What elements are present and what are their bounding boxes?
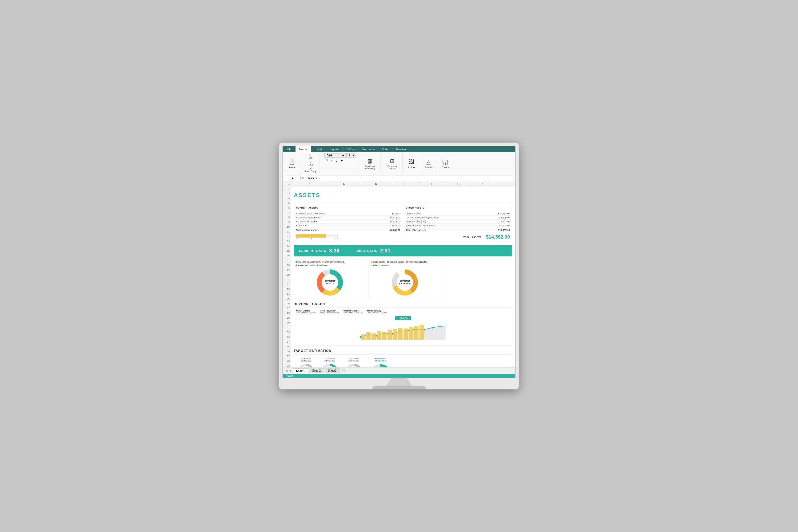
row-32: 32 (283, 330, 291, 335)
cut-button[interactable]: ✂ Cut (307, 153, 314, 159)
svg-rect-32 (419, 325, 424, 340)
sheet-tab-3[interactable]: Sheet3 (325, 368, 340, 373)
target-section: TARGET ESTIMATION Total Sales $5,000,000 (294, 349, 512, 367)
svg-rect-26 (387, 329, 392, 340)
format-copy-button[interactable]: 🖌 Form Copy (304, 167, 318, 173)
cut-icon: ✂ (309, 154, 311, 156)
tab-file[interactable]: File (283, 146, 296, 152)
row-11: 11 (283, 229, 291, 234)
copy-button[interactable]: ⧉ Copy (307, 160, 315, 167)
row-20: 20 (283, 272, 291, 277)
font-family-select[interactable]: Arial (324, 153, 345, 158)
ribbon-tabs: File Home Insert Layout Tables Formulas … (283, 146, 515, 152)
tab-layout[interactable]: Layout (326, 146, 343, 152)
row-4: 4 (283, 196, 291, 201)
row-35: 35 (283, 344, 291, 349)
col-header-f[interactable]: F (419, 181, 445, 187)
bold-button[interactable]: B (324, 158, 329, 162)
col-header-c[interactable]: C (328, 181, 360, 187)
sheet-tab-1[interactable]: Sheet1 (292, 368, 308, 373)
target-title: TARGET ESTIMATION (294, 349, 512, 353)
target-circles: Total Sales $5,000,000 (297, 357, 509, 367)
col-header-d[interactable]: D (360, 181, 392, 187)
italic-button[interactable]: I (330, 158, 334, 162)
row-23: 23 (283, 287, 291, 291)
row-6: 6 (283, 205, 291, 210)
picture-button[interactable]: 🖼 Picture (407, 157, 417, 169)
formula-input[interactable] (306, 175, 513, 180)
target-chart-box: Total Sales $5,000,000 (294, 354, 512, 367)
svg-rect-23 (372, 333, 376, 340)
shapes-button[interactable]: △ Shapes (423, 157, 434, 169)
format-copy-icon: 🖌 (309, 167, 312, 170)
row-33: 33 (283, 335, 291, 339)
current-ratio-value: 3.38 (329, 248, 339, 254)
current-assets-legend: Cash and cash equivalents Short term inv… (296, 261, 364, 266)
tab-tables[interactable]: Tables (343, 146, 359, 152)
tab-insert[interactable]: Insert (311, 146, 326, 152)
font-size-select[interactable]: 11 (346, 153, 356, 158)
col-header-e[interactable]: E (392, 181, 419, 187)
paste-button[interactable]: 📋 Paste (287, 157, 297, 169)
donut-charts-section: Cash and cash equivalents Short term inv… (294, 259, 512, 299)
row-28: 28 (283, 311, 291, 316)
charts-button[interactable]: 📊 Charts (440, 157, 450, 169)
col-header-h[interactable]: H (472, 181, 493, 187)
row-1: 1 (283, 182, 291, 186)
ribbon-group-charts: 📊 Charts (438, 153, 453, 174)
ribbon-group-shapes: △ Shapes (421, 153, 436, 174)
row-10: 10 (283, 225, 291, 229)
legend-dot-loans (370, 261, 373, 263)
svg-rect-22 (366, 332, 370, 340)
row-2: 2 (283, 186, 291, 191)
tab-data[interactable]: Data (379, 146, 392, 152)
underline-button[interactable]: a (334, 158, 339, 162)
quick-ratio-label: QUICK RATIO (355, 249, 377, 252)
sheet-content[interactable]: B C D E F G H ASSETS (291, 181, 515, 367)
current-ratio: CURRENT RATIO 3.38 (299, 248, 339, 254)
row-5: 5 (283, 201, 291, 205)
cell-reference-input[interactable] (285, 175, 301, 180)
sheet-tabs: ◀ ▶ Sheet1 Sheet2 Sheet3 + (283, 367, 515, 374)
legend-dot-inventories (317, 264, 318, 266)
monitor-base (373, 386, 425, 390)
format-table-button[interactable]: ⊞ Format as Table (385, 156, 400, 170)
dashboard-content: ASSETS CURRENT ASSETS OTHER ASSETS (291, 187, 515, 367)
row-3: 3 (283, 191, 291, 196)
sheet-tab-2[interactable]: Sheet2 (309, 368, 324, 373)
col-header-b[interactable]: B (291, 181, 328, 187)
highlights-badge: Highlights (395, 316, 411, 320)
other-row-4: Long-term cash investments $1,972.00 (406, 224, 510, 228)
tab-home[interactable]: Home (296, 146, 311, 152)
svg-rect-21 (361, 334, 365, 340)
progress-bar-section: 1k 1.5k 2k 2.5k (296, 234, 400, 240)
conditional-formatting-button[interactable]: ▦ Conditional Formatting (363, 156, 378, 170)
tab-review[interactable]: Review (393, 146, 410, 152)
current-liabilities-legend: Loans payable Accounts payable Income ta… (370, 261, 439, 266)
svg-rect-30 (409, 327, 413, 340)
svg-point-19 (432, 327, 433, 328)
row-9: 9 (283, 220, 291, 225)
current-liabilities-donut-label: CURRENTLIABILTIES (399, 280, 411, 285)
ribbon-group-font: Arial 11 B I a a (322, 153, 358, 174)
europe-donut (368, 363, 392, 367)
legend-dot-accountspay (387, 261, 389, 263)
add-sheet-button[interactable]: + (342, 368, 346, 373)
strikethrough-button[interactable]: a (339, 158, 344, 162)
row-29: 29 (283, 316, 291, 320)
shapes-icon: △ (424, 158, 433, 166)
tab-formulas[interactable]: Formulas (359, 146, 379, 152)
current-row-4-inventories: Inventories $445.00 (296, 224, 400, 228)
col-header-g[interactable]: G (445, 181, 472, 187)
row-16: 16 (283, 253, 291, 258)
ribbon-group-picture: 🖼 Picture (404, 153, 419, 174)
nav-left-icon[interactable]: ◀ (285, 369, 288, 372)
row-17: 17 (283, 258, 291, 263)
monitor-stand (386, 378, 412, 386)
legend-dot-accounts (296, 264, 298, 266)
current-row-2: Short-term investments $1,517.00 (296, 216, 400, 220)
nav-right-icon[interactable]: ▶ (289, 369, 292, 372)
other-row-2: Less accumulated depreciation -$3,098.00 (406, 216, 510, 220)
total-assets-label: TOTAL ASSETS (463, 236, 481, 239)
format-table-icon: ⊞ (388, 157, 396, 165)
